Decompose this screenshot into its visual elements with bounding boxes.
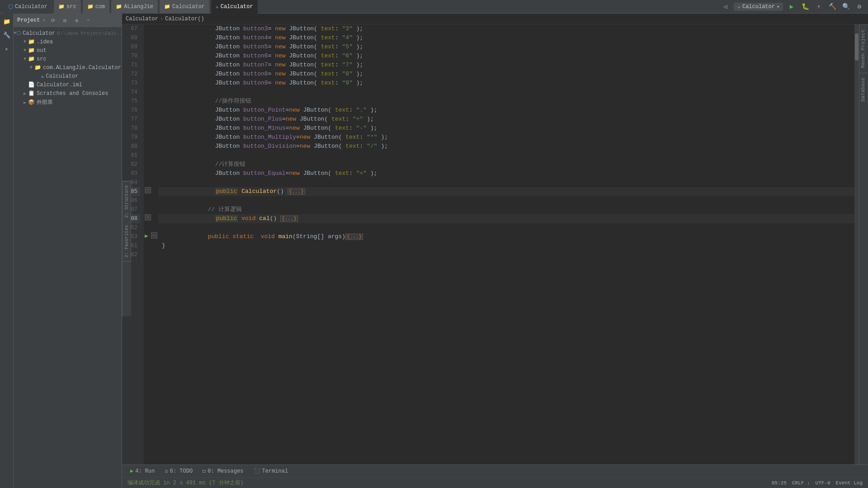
tree-label-src: src: [37, 56, 47, 62]
fold-icon-85[interactable]: -: [145, 187, 151, 193]
left-vertical-panel: Z: Structure 2: Favorites: [122, 181, 131, 262]
tree-item-external[interactable]: ▶ 📦 外部库: [14, 98, 122, 107]
ln-82: 82: [122, 160, 140, 169]
messages-tab-label: 0: Messages: [208, 468, 243, 474]
tree-arrow-idea: ▼: [22, 39, 28, 44]
package-icon: 📁: [34, 64, 41, 71]
ln-68: 68: [122, 33, 140, 42]
title-bar: ⬡ Calculator 📁 src 📁 com 📁 ALiangJie 📁 C…: [0, 0, 868, 14]
tree-item-src[interactable]: ▼ 📁 src: [14, 55, 122, 63]
tab-calc-file-label: Calculator: [221, 4, 253, 10]
tree-item-idea[interactable]: ▼ 📁 .idea: [14, 38, 122, 46]
search-button[interactable]: 🔍: [841, 2, 851, 12]
cursor-position[interactable]: 85:25: [772, 480, 787, 486]
tree-arrow-external: ▶: [22, 100, 28, 105]
status-bar: 编译成功完成 in 2 s 491 ms (7 分钟之前) 85:25 CRLF…: [122, 477, 868, 488]
tree-item-package[interactable]: ▼ 📁 com.ALiangJie.Calculator: [14, 63, 122, 72]
ln-74: 74: [122, 88, 140, 97]
tab-calculator-pkg[interactable]: 📁 Calculator: [160, 0, 209, 14]
ln-70: 70: [122, 52, 140, 61]
terminal-tab-label: Terminal: [262, 468, 288, 474]
settings-icon[interactable]: ⚙: [71, 15, 81, 25]
todo-tab[interactable]: ☑ 6: TODO: [160, 467, 197, 475]
breadcrumb-method[interactable]: Calculator(): [165, 16, 204, 22]
title-bar-tabs: ⬡ Calculator 📁 src 📁 com 📁 ALiangJie 📁 C…: [4, 0, 720, 14]
code-line-73: JButton button9= new JButton( text: "9" …: [158, 79, 854, 88]
breadcrumb: Calculator › Calculator(): [122, 14, 868, 24]
messages-tab-icon: ◻: [203, 468, 206, 474]
event-log[interactable]: Event Log: [836, 480, 863, 486]
out-folder-icon: 📁: [28, 47, 35, 54]
tree-label-iml: Calculator.iml: [37, 82, 82, 88]
code-line-361: }: [158, 241, 854, 250]
favorites-vertical-tab[interactable]: 2: Favorites: [123, 221, 130, 261]
src-folder-icon: 📁: [28, 56, 35, 62]
tab-src[interactable]: 📁 src: [54, 0, 81, 14]
breadcrumb-sep: ›: [160, 16, 163, 22]
messages-tab[interactable]: ◻ 0: Messages: [198, 467, 248, 475]
structure-vertical-tab[interactable]: Z: Structure: [123, 181, 130, 221]
tree-label-scratches: Scratches and Consoles: [37, 90, 108, 97]
ln-69: 69: [122, 42, 140, 52]
project-tree: ▼ ⬡ Calculator D:\Java Project\Calc... ▼…: [14, 27, 122, 488]
debug-button[interactable]: 🐛: [800, 2, 810, 12]
scrollbar-thumb[interactable]: [855, 33, 859, 61]
ln-77: 77: [122, 115, 140, 124]
ln-80: 80: [122, 142, 140, 151]
tab-calculator-file[interactable]: ☕ Calculator: [211, 0, 258, 14]
collapse-icon[interactable]: ⊟: [60, 15, 70, 25]
todo-tab-label: 6: TODO: [170, 468, 193, 474]
navigate-back-icon[interactable]: ◁: [720, 2, 730, 12]
code-line-362: [158, 250, 854, 259]
terminal-tab-icon: ⬛: [254, 468, 260, 474]
ln-83: 83: [122, 169, 140, 178]
sync-icon[interactable]: ⟳: [48, 15, 58, 25]
app-tab[interactable]: ⬡ Calculator: [4, 0, 52, 14]
run-gutter-353[interactable]: ▶: [145, 232, 148, 239]
java-file-icon: ☕: [41, 73, 44, 80]
run-button[interactable]: ▶: [787, 2, 797, 12]
tree-item-scratches[interactable]: ▶ 📋 Scratches and Consoles: [14, 89, 122, 98]
code-area[interactable]: JButton button3= new JButton( text: "3" …: [155, 24, 854, 465]
fold-icon-353[interactable]: -: [151, 232, 157, 239]
run-config-selector[interactable]: ☕ Calculator ▾: [734, 3, 783, 11]
editor-scrollbar[interactable]: [854, 24, 859, 465]
database-tab[interactable]: Database: [859, 73, 868, 106]
structure-icon[interactable]: 🔧: [0, 29, 13, 42]
ln-71: 71: [122, 61, 140, 70]
external-icon: 📦: [28, 99, 35, 106]
tab-aliangjie-label: ALiangJie: [124, 4, 153, 10]
todo-tab-icon: ☑: [165, 468, 168, 474]
tree-item-calc-iml[interactable]: 📄 Calculator.iml: [14, 80, 122, 89]
tab-com[interactable]: 📁 com: [83, 0, 110, 14]
tab-com-label: com: [95, 4, 105, 10]
build-button[interactable]: 🔨: [827, 2, 837, 12]
maven-tab[interactable]: Maven Project: [859, 24, 868, 73]
editor-with-scroll: 67 68 69 70 71 72 73 74 75 76 77 78 79 8…: [122, 24, 868, 465]
project-panel-header: Project ▾ ⟳ ⊟ ⚙ −: [14, 14, 122, 27]
fold-icon-308[interactable]: -: [145, 214, 151, 221]
status-message: 编译成功完成 in 2 s 491 ms (7 分钟之前): [127, 479, 244, 487]
tree-item-calc-java[interactable]: ☕ Calculator: [14, 72, 122, 80]
breadcrumb-class[interactable]: Calculator: [126, 16, 158, 22]
encoding[interactable]: UTF-8: [816, 480, 830, 486]
tree-item-root[interactable]: ▼ ⬡ Calculator D:\Java Project\Calc...: [14, 29, 122, 38]
project-icon[interactable]: 📁: [0, 15, 13, 28]
bottom-tabs-bar: ▶ 4: Run ☑ 6: TODO ◻ 0: Messages ⬛ Termi…: [122, 465, 868, 477]
line-ending[interactable]: CRLF ↓: [792, 480, 810, 486]
ln-75: 75: [122, 97, 140, 106]
tree-label-calc-java: Calculator: [46, 73, 78, 80]
code-line-306: [158, 196, 854, 205]
tab-aliangjie[interactable]: 📁 ALiangJie: [111, 0, 158, 14]
code-line-83: JButton button_Equal=new JButton( text: …: [158, 169, 854, 178]
favorites-icon[interactable]: ★: [0, 42, 13, 55]
app-tab-label: Calculator: [15, 4, 47, 10]
terminal-tab[interactable]: ⬛ Terminal: [249, 467, 293, 475]
tree-arrow-scratches: ▶: [22, 91, 28, 96]
settings-button[interactable]: ⚙: [854, 2, 864, 12]
scratches-icon: 📋: [28, 90, 35, 97]
minimize-icon[interactable]: −: [83, 15, 93, 25]
tree-item-out[interactable]: ▼ 📁 out: [14, 46, 122, 55]
coverage-button[interactable]: ⚡: [814, 2, 824, 12]
run-tab[interactable]: ▶ 4: Run: [126, 467, 159, 475]
